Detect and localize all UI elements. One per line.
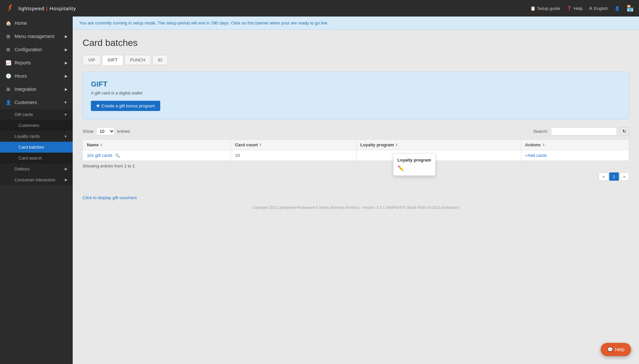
setup-guide-icon: 📋 bbox=[530, 6, 536, 11]
chevron-right-icon: ▶ bbox=[65, 34, 67, 39]
footer-text: Copyright 2021 Lightspeed Restaurant K S… bbox=[252, 205, 460, 209]
setup-banner-text: You are currently running in setup mode.… bbox=[79, 20, 328, 25]
add-cards-link[interactable]: +Add cards bbox=[525, 153, 547, 158]
sidebar-item-integration[interactable]: ⊞ Integration ▶ bbox=[0, 83, 73, 96]
cell-loyalty-program bbox=[356, 150, 521, 161]
setup-guide-label: Setup guide bbox=[537, 6, 560, 11]
next-page-btn[interactable]: » bbox=[620, 172, 629, 181]
sidebar-hours-label: Hours bbox=[15, 73, 27, 79]
customers-icon: 👤 bbox=[5, 100, 11, 105]
sidebar-item-hours[interactable]: 🕐 Hours ▶ bbox=[0, 69, 73, 83]
table-header-row: Name ⇕ Card count ⇕ bbox=[83, 140, 629, 150]
page-content: Card batches VIP GIFT PUNCH ID GIFT bbox=[73, 30, 639, 364]
setup-banner[interactable]: You are currently running in setup mode.… bbox=[73, 17, 639, 30]
sidebar-item-home[interactable]: 🏠 Home bbox=[0, 17, 73, 30]
col-actions: Actions ⇕ bbox=[521, 140, 629, 150]
sidebar-item-configuration[interactable]: ⊞ Configuration ▶ bbox=[0, 43, 73, 56]
sidebar-gift-cards-sub: Customers bbox=[0, 120, 73, 131]
help-fab-label: Help bbox=[615, 347, 624, 352]
chevron-right-icon-reports: ▶ bbox=[65, 61, 67, 65]
sidebar-item-reports[interactable]: 📈 Reports ▶ bbox=[0, 56, 73, 69]
tab-punch[interactable]: PUNCH bbox=[125, 55, 151, 65]
chevron-down-icon-gift: ▼ bbox=[64, 113, 67, 117]
sidebar-item-gift-cards[interactable]: Gift cards ▼ bbox=[0, 109, 73, 120]
col-name: Name ⇕ bbox=[83, 140, 231, 150]
sidebar-loyalty-sub: Card batches Card search bbox=[0, 142, 73, 164]
help-circle-icon: ❓ bbox=[567, 6, 572, 11]
chevron-down-icon-loyalty: ▼ bbox=[64, 134, 67, 138]
sidebar-customers-label: Customers bbox=[15, 100, 37, 105]
show-label: Show bbox=[83, 129, 94, 134]
user-btn[interactable]: 👤 bbox=[615, 6, 620, 11]
tabs-container: VIP GIFT PUNCH ID bbox=[83, 55, 629, 65]
refresh-button[interactable]: ↻ bbox=[620, 127, 629, 135]
pagination: « 1 » bbox=[83, 172, 629, 181]
reports-icon: 📈 bbox=[5, 60, 11, 65]
menu-icon: ⊞ bbox=[5, 34, 11, 39]
table-row: 10x gift cards 🔍 10 +Add cards bbox=[83, 150, 629, 161]
chevron-right-icon-debtors: ▶ bbox=[65, 167, 67, 171]
sidebar-home-label: Home bbox=[15, 20, 27, 26]
page-1-btn[interactable]: 1 bbox=[609, 172, 619, 181]
sidebar-item-card-search[interactable]: Card search bbox=[0, 153, 73, 164]
tab-gift[interactable]: GIFT bbox=[102, 55, 123, 65]
logo-text: lightspeed | Hospitality bbox=[19, 6, 76, 11]
tab-vip[interactable]: VIP bbox=[83, 55, 101, 65]
help-chat-icon: 💬 bbox=[607, 347, 613, 352]
cell-actions: +Add cards bbox=[521, 150, 629, 161]
debtors-label: Debtors bbox=[15, 166, 30, 171]
translate-icon: A bbox=[589, 6, 592, 11]
language-label: English bbox=[594, 6, 608, 11]
tab-id[interactable]: ID bbox=[152, 55, 168, 65]
show-entries: Show 10 25 50 100 entries bbox=[83, 127, 130, 135]
search-label: Search: bbox=[533, 129, 548, 134]
sort-icon-count: ⇕ bbox=[259, 143, 262, 147]
sidebar-item-menu-management[interactable]: ⊞ Menu management ▶ bbox=[0, 30, 73, 43]
page-title: Card batches bbox=[83, 38, 629, 48]
gift-cards-link[interactable]: 10x gift cards 🔍 bbox=[87, 153, 120, 158]
refresh-icon: ↻ bbox=[622, 129, 626, 134]
app-body: 🏠 Home ⊞ Menu management ▶ ⊞ Configurati… bbox=[0, 17, 639, 364]
help-nav-btn[interactable]: ❓ Help bbox=[567, 6, 583, 11]
prev-page-btn[interactable]: « bbox=[599, 172, 608, 181]
svg-marker-0 bbox=[8, 4, 12, 12]
store-btn[interactable]: 🏪 bbox=[626, 5, 634, 12]
entries-select[interactable]: 10 25 50 100 bbox=[96, 127, 115, 135]
cell-card-count: 10 bbox=[231, 150, 356, 161]
sidebar-integration-label: Integration bbox=[15, 87, 36, 92]
sidebar-item-consumer-interaction[interactable]: Consumer interaction ▶ bbox=[0, 174, 73, 185]
footer: Copyright 2021 Lightspeed Restaurant K S… bbox=[83, 200, 629, 215]
loyalty-dropdown: Loyalty program ✏️ bbox=[393, 153, 435, 176]
sort-icon-name: ⇕ bbox=[100, 143, 102, 147]
help-nav-label: Help bbox=[574, 6, 583, 11]
chevron-right-icon-config: ▶ bbox=[65, 48, 67, 52]
table-wrapper: Name ⇕ Card count ⇕ bbox=[83, 139, 629, 161]
sidebar: 🏠 Home ⊞ Menu management ▶ ⊞ Configurati… bbox=[0, 17, 73, 364]
home-icon: 🏠 bbox=[5, 20, 11, 26]
sort-icon-actions: ⇕ bbox=[542, 143, 545, 147]
loyalty-edit-icon[interactable]: ✏️ bbox=[397, 165, 404, 171]
customers-sub-label: Customers bbox=[19, 123, 39, 128]
setup-guide-btn[interactable]: 📋 Setup guide bbox=[530, 6, 560, 11]
data-table: Name ⇕ Card count ⇕ bbox=[83, 139, 629, 161]
language-btn[interactable]: A English bbox=[589, 6, 608, 11]
consumer-interaction-label: Consumer interaction bbox=[15, 177, 56, 182]
sidebar-item-card-batches[interactable]: Card batches bbox=[0, 142, 73, 153]
create-gift-program-button[interactable]: ✚ Create a gift bonus program bbox=[91, 101, 160, 111]
plus-icon: ✚ bbox=[96, 103, 100, 108]
sidebar-item-debtors[interactable]: Debtors ▶ bbox=[0, 164, 73, 174]
chevron-right-icon-consumer: ▶ bbox=[65, 178, 67, 182]
table-controls: Show 10 25 50 100 entries Search: ↻ bbox=[83, 127, 629, 135]
sidebar-item-loyalty-cards[interactable]: Loyalty cards ▼ bbox=[0, 131, 73, 142]
help-fab-button[interactable]: 💬 Help bbox=[601, 343, 631, 356]
top-nav-right: 📋 Setup guide ❓ Help A English 👤 🏪 bbox=[530, 5, 634, 12]
sidebar-item-customers[interactable]: 👤 Customers ▼ bbox=[0, 96, 73, 109]
sidebar-config-label: Configuration bbox=[15, 47, 42, 52]
search-icon: 🔍 bbox=[115, 153, 120, 158]
gift-panel-desc: A gift card is a digital wallet bbox=[91, 91, 621, 95]
main-content: You are currently running in setup mode.… bbox=[73, 17, 639, 364]
card-batches-label: Card batches bbox=[19, 145, 44, 150]
search-input[interactable] bbox=[551, 127, 617, 135]
sidebar-item-customers-sub[interactable]: Customers bbox=[0, 120, 73, 131]
vouchers-link[interactable]: Click to display gift vouchers bbox=[83, 195, 137, 200]
